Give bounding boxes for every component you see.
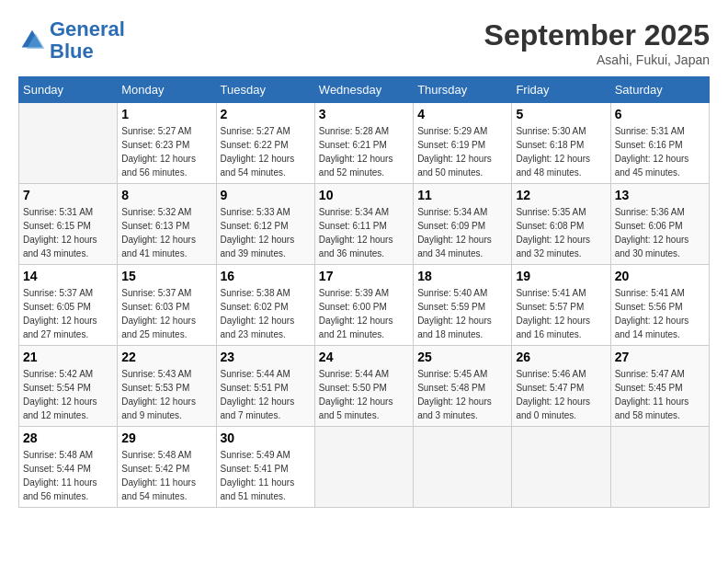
day-info: Sunrise: 5:41 AM Sunset: 5:56 PM Dayligh… [615, 286, 705, 341]
calendar-table: SundayMondayTuesdayWednesdayThursdayFrid… [18, 76, 710, 508]
logo-line2: Blue [50, 40, 94, 63]
day-info: Sunrise: 5:31 AM Sunset: 6:15 PM Dayligh… [23, 205, 113, 260]
month-title: September 2025 [484, 18, 710, 52]
day-number: 10 [319, 188, 409, 202]
day-number: 5 [516, 107, 606, 121]
day-info: Sunrise: 5:37 AM Sunset: 6:03 PM Dayligh… [121, 286, 211, 341]
calendar-cell [19, 103, 118, 184]
day-number: 9 [221, 188, 311, 202]
day-info: Sunrise: 5:43 AM Sunset: 5:53 PM Dayligh… [121, 367, 211, 422]
logo: General Blue [18, 18, 125, 63]
day-number: 30 [221, 431, 311, 445]
day-number: 1 [121, 107, 211, 121]
day-number: 7 [23, 188, 113, 202]
calendar-cell: 3Sunrise: 5:28 AM Sunset: 6:21 PM Daylig… [314, 103, 413, 184]
day-number: 11 [417, 188, 507, 202]
day-number: 13 [615, 188, 705, 202]
calendar-cell: 9Sunrise: 5:33 AM Sunset: 6:12 PM Daylig… [216, 184, 314, 265]
calendar-week-row: 28Sunrise: 5:48 AM Sunset: 5:44 PM Dayli… [19, 427, 710, 508]
day-info: Sunrise: 5:42 AM Sunset: 5:54 PM Dayligh… [23, 367, 113, 422]
day-number: 29 [121, 431, 211, 445]
day-number: 14 [23, 269, 113, 283]
calendar-cell: 2Sunrise: 5:27 AM Sunset: 6:22 PM Daylig… [216, 103, 314, 184]
calendar-cell [414, 427, 512, 508]
day-info: Sunrise: 5:27 AM Sunset: 6:22 PM Dayligh… [221, 124, 311, 179]
day-info: Sunrise: 5:30 AM Sunset: 6:18 PM Dayligh… [516, 124, 606, 179]
calendar-cell: 8Sunrise: 5:32 AM Sunset: 6:13 PM Daylig… [118, 184, 216, 265]
calendar-cell: 7Sunrise: 5:31 AM Sunset: 6:15 PM Daylig… [19, 184, 118, 265]
weekday-header-row: SundayMondayTuesdayWednesdayThursdayFrid… [19, 77, 710, 103]
calendar-cell: 21Sunrise: 5:42 AM Sunset: 5:54 PM Dayli… [19, 346, 118, 427]
day-info: Sunrise: 5:39 AM Sunset: 6:00 PM Dayligh… [319, 286, 409, 341]
calendar-cell: 25Sunrise: 5:45 AM Sunset: 5:48 PM Dayli… [414, 346, 512, 427]
day-info: Sunrise: 5:49 AM Sunset: 5:41 PM Dayligh… [221, 448, 311, 503]
day-number: 8 [121, 188, 211, 202]
day-number: 18 [417, 269, 507, 283]
day-info: Sunrise: 5:31 AM Sunset: 6:16 PM Dayligh… [615, 124, 705, 179]
day-info: Sunrise: 5:44 AM Sunset: 5:51 PM Dayligh… [221, 367, 311, 422]
calendar-cell: 28Sunrise: 5:48 AM Sunset: 5:44 PM Dayli… [19, 427, 118, 508]
calendar-cell: 4Sunrise: 5:29 AM Sunset: 6:19 PM Daylig… [414, 103, 512, 184]
day-info: Sunrise: 5:27 AM Sunset: 6:23 PM Dayligh… [121, 124, 211, 179]
calendar-week-row: 21Sunrise: 5:42 AM Sunset: 5:54 PM Dayli… [19, 346, 710, 427]
calendar-cell: 15Sunrise: 5:37 AM Sunset: 6:03 PM Dayli… [118, 265, 216, 346]
day-info: Sunrise: 5:34 AM Sunset: 6:11 PM Dayligh… [319, 205, 409, 260]
day-number: 25 [417, 350, 507, 364]
day-number: 17 [319, 269, 409, 283]
calendar-cell: 20Sunrise: 5:41 AM Sunset: 5:56 PM Dayli… [610, 265, 709, 346]
weekday-header: Thursday [414, 77, 512, 103]
calendar-cell: 26Sunrise: 5:46 AM Sunset: 5:47 PM Dayli… [512, 346, 610, 427]
calendar-cell: 18Sunrise: 5:40 AM Sunset: 5:59 PM Dayli… [414, 265, 512, 346]
day-info: Sunrise: 5:37 AM Sunset: 6:05 PM Dayligh… [23, 286, 113, 341]
day-info: Sunrise: 5:46 AM Sunset: 5:47 PM Dayligh… [516, 367, 606, 422]
weekday-header: Tuesday [216, 77, 314, 103]
day-info: Sunrise: 5:48 AM Sunset: 5:42 PM Dayligh… [121, 448, 211, 503]
calendar-cell: 5Sunrise: 5:30 AM Sunset: 6:18 PM Daylig… [512, 103, 610, 184]
day-number: 15 [121, 269, 211, 283]
day-number: 22 [121, 350, 211, 364]
logo-icon [18, 27, 46, 54]
weekday-header: Friday [512, 77, 610, 103]
calendar-week-row: 7Sunrise: 5:31 AM Sunset: 6:15 PM Daylig… [19, 184, 710, 265]
logo-line1: General [50, 17, 125, 40]
day-info: Sunrise: 5:36 AM Sunset: 6:06 PM Dayligh… [615, 205, 705, 260]
day-info: Sunrise: 5:38 AM Sunset: 6:02 PM Dayligh… [221, 286, 311, 341]
day-number: 21 [23, 350, 113, 364]
calendar-cell: 13Sunrise: 5:36 AM Sunset: 6:06 PM Dayli… [610, 184, 709, 265]
calendar-cell [512, 427, 610, 508]
day-number: 23 [221, 350, 311, 364]
day-info: Sunrise: 5:45 AM Sunset: 5:48 PM Dayligh… [417, 367, 507, 422]
calendar-cell: 10Sunrise: 5:34 AM Sunset: 6:11 PM Dayli… [314, 184, 413, 265]
calendar-cell: 22Sunrise: 5:43 AM Sunset: 5:53 PM Dayli… [118, 346, 216, 427]
day-info: Sunrise: 5:33 AM Sunset: 6:12 PM Dayligh… [221, 205, 311, 260]
calendar-cell [314, 427, 413, 508]
weekday-header: Saturday [610, 77, 709, 103]
calendar-cell: 30Sunrise: 5:49 AM Sunset: 5:41 PM Dayli… [216, 427, 314, 508]
day-number: 16 [221, 269, 311, 283]
day-info: Sunrise: 5:34 AM Sunset: 6:09 PM Dayligh… [417, 205, 507, 260]
day-number: 28 [23, 431, 113, 445]
day-number: 26 [516, 350, 606, 364]
calendar-cell: 11Sunrise: 5:34 AM Sunset: 6:09 PM Dayli… [414, 184, 512, 265]
calendar-cell: 17Sunrise: 5:39 AM Sunset: 6:00 PM Dayli… [314, 265, 413, 346]
calendar-week-row: 14Sunrise: 5:37 AM Sunset: 6:05 PM Dayli… [19, 265, 710, 346]
calendar-cell: 27Sunrise: 5:47 AM Sunset: 5:45 PM Dayli… [610, 346, 709, 427]
weekday-header: Wednesday [314, 77, 413, 103]
calendar-cell: 24Sunrise: 5:44 AM Sunset: 5:50 PM Dayli… [314, 346, 413, 427]
weekday-header: Monday [118, 77, 216, 103]
day-number: 4 [417, 107, 507, 121]
day-number: 27 [615, 350, 705, 364]
page-header: General Blue September 2025 Asahi, Fukui… [18, 18, 710, 67]
day-number: 2 [221, 107, 311, 121]
calendar-cell: 1Sunrise: 5:27 AM Sunset: 6:23 PM Daylig… [118, 103, 216, 184]
day-info: Sunrise: 5:28 AM Sunset: 6:21 PM Dayligh… [319, 124, 409, 179]
calendar-cell: 12Sunrise: 5:35 AM Sunset: 6:08 PM Dayli… [512, 184, 610, 265]
day-info: Sunrise: 5:29 AM Sunset: 6:19 PM Dayligh… [417, 124, 507, 179]
logo-text: General Blue [50, 18, 125, 63]
day-info: Sunrise: 5:41 AM Sunset: 5:57 PM Dayligh… [516, 286, 606, 341]
day-number: 20 [615, 269, 705, 283]
day-number: 12 [516, 188, 606, 202]
calendar-cell: 29Sunrise: 5:48 AM Sunset: 5:42 PM Dayli… [118, 427, 216, 508]
day-info: Sunrise: 5:44 AM Sunset: 5:50 PM Dayligh… [319, 367, 409, 422]
calendar-cell: 6Sunrise: 5:31 AM Sunset: 6:16 PM Daylig… [610, 103, 709, 184]
